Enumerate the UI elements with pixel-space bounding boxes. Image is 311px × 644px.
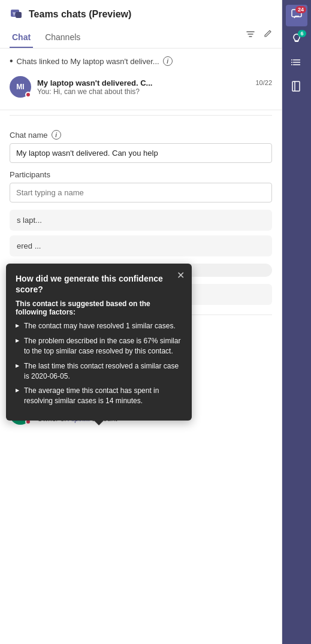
participants-section: Participants: [0, 170, 282, 210]
bullet-point: •: [10, 56, 13, 66]
tooltip-arrow: [94, 421, 104, 425]
chat-name-input[interactable]: [10, 143, 272, 163]
chat-section-header: • Chats linked to My laptop wasn't deliv…: [10, 56, 272, 66]
sidebar-chat-icon[interactable]: 24: [286, 5, 307, 26]
tab-chat[interactable]: Chat: [10, 28, 33, 48]
chat-item-time: 10/22: [255, 79, 272, 86]
participants-input[interactable]: [10, 183, 272, 202]
header-title-row: T Teams chats (Preview): [10, 7, 272, 22]
tab-channels[interactable]: Channels: [43, 28, 83, 48]
partial-text-1: s lapt...: [17, 216, 42, 225]
chat-name-label: Chat name i: [10, 130, 272, 140]
svg-rect-1: [295, 41, 298, 42]
tooltip-factors-list: The contact may have resolved 1 similar …: [16, 321, 182, 406]
book-symbol: [291, 80, 303, 95]
tooltip-factor-4: The average time this contact has spent …: [16, 386, 182, 406]
chat-name-info-icon[interactable]: i: [52, 130, 61, 140]
avatar: MI: [10, 76, 31, 98]
chat-list-section: • Chats linked to My laptop wasn't deliv…: [0, 49, 282, 110]
chat-item[interactable]: MI My laptop wasn't delivered. C... 10/2…: [10, 71, 272, 102]
tooltip-factor-2: The problem described in the case is 67%…: [16, 336, 182, 356]
chat-item-name: My laptop wasn't delivered. C...: [37, 78, 152, 87]
filter-icon[interactable]: [246, 29, 255, 41]
svg-rect-11: [16, 12, 22, 18]
tooltip-subtitle: This contact is suggested based on the f…: [16, 300, 182, 316]
svg-point-7: [291, 64, 292, 65]
chat-item-content: My laptop wasn't delivered. C... 10/22 Y…: [37, 78, 272, 96]
tooltip-factor-1: The contact may have resolved 1 similar …: [16, 321, 182, 331]
confidence-tooltip: ✕ How did we generate this confidence sc…: [6, 264, 192, 421]
svg-rect-8: [292, 81, 300, 91]
participants-label: Participants: [10, 170, 272, 179]
svg-point-5: [291, 59, 292, 61]
teams-logo: T: [10, 7, 24, 22]
right-sidebar: 24 6: [282, 0, 311, 644]
sidebar-book-icon[interactable]: [286, 77, 307, 98]
tab-actions: [246, 29, 272, 46]
partial-card-1[interactable]: s lapt...: [10, 210, 272, 231]
compose-icon[interactable]: [262, 29, 272, 41]
avatar-initials: MI: [16, 83, 24, 91]
status-indicator: [25, 92, 31, 98]
partial-cards-area: s lapt... ered ...: [0, 210, 282, 261]
svg-point-6: [291, 62, 292, 63]
tooltip-close-button[interactable]: ✕: [177, 270, 185, 281]
chat-item-preview: You: Hi, can we chat about this?: [37, 87, 272, 96]
form-section: Chat name i: [0, 120, 282, 170]
tabs-row: Chat Channels: [10, 28, 272, 48]
chat-item-row: My laptop wasn't delivered. C... 10/22: [37, 78, 272, 87]
lightbulb-badge: 6: [298, 30, 306, 37]
chat-section-title: Chats linked to My laptop wasn't deliver…: [17, 57, 159, 66]
divider-1: [10, 115, 272, 116]
list-symbol: [291, 56, 303, 71]
partial-card-2[interactable]: ered ...: [10, 235, 272, 256]
partial-text-2: ered ...: [17, 241, 41, 250]
tooltip-factor-3: The last time this contact resolved a si…: [16, 361, 182, 382]
app-title: Teams chats (Preview): [29, 9, 131, 20]
section-info-icon[interactable]: i: [163, 56, 173, 66]
sidebar-lightbulb-icon[interactable]: 6: [286, 29, 307, 50]
header: T Teams chats (Preview) Chat Channels: [0, 0, 282, 49]
chat-badge: 24: [295, 6, 306, 13]
tooltip-title: How did we generate this confidence scor…: [16, 273, 182, 295]
sidebar-list-icon[interactable]: [286, 53, 307, 74]
svg-text:T: T: [13, 11, 16, 17]
